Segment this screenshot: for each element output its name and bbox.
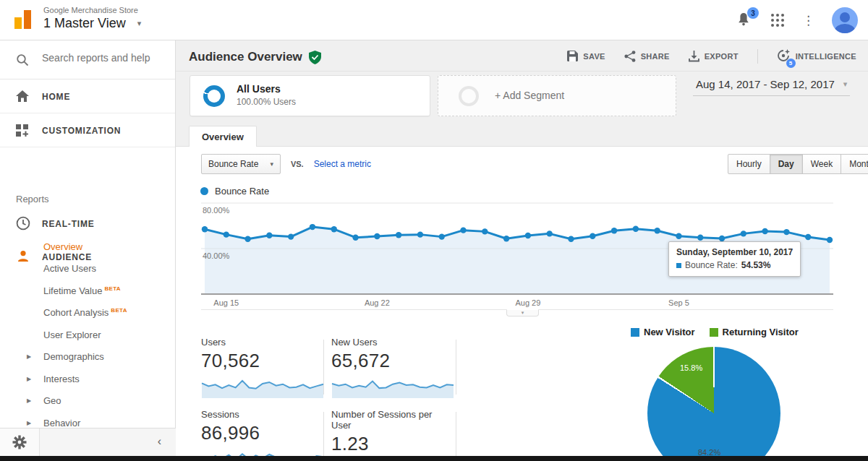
view-selector[interactable]: 1 Master View ▾ xyxy=(43,16,141,31)
vs-label: VS. xyxy=(291,160,304,168)
add-segment-button[interactable]: + Add Segment xyxy=(438,75,676,116)
notifications-button[interactable]: 3 xyxy=(736,12,753,29)
search-icon xyxy=(16,53,29,66)
tab-overview[interactable]: Overview xyxy=(189,126,257,147)
sidebar-item-user-explorer[interactable]: User Explorer xyxy=(0,325,175,345)
apps-grid-icon[interactable] xyxy=(770,13,785,27)
users-sparkline xyxy=(201,374,324,399)
metric-card-new-users[interactable]: New Users 65,672 xyxy=(331,337,454,399)
metric-card-sessions[interactable]: Sessions 86,996 xyxy=(201,409,324,461)
sidebar-item-lifetime-value[interactable]: Lifetime ValueBETA xyxy=(0,281,175,301)
sidebar-item-active-users[interactable]: Active Users xyxy=(0,259,175,279)
top-header-bar: Google Merchandise Store 1 Master View ▾… xyxy=(0,0,868,40)
admin-button[interactable] xyxy=(0,428,40,456)
intelligence-button[interactable]: 5 INTELLIGENCE xyxy=(777,49,856,64)
legend-new-visitor[interactable]: New Visitor xyxy=(631,327,695,337)
analytics-app: Google Merchandise Store 1 Master View ▾… xyxy=(0,0,868,461)
beta-badge: BETA xyxy=(104,285,120,292)
legend-returning-visitor[interactable]: Returning Visitor xyxy=(710,327,799,337)
sidebar-item-overview[interactable]: Overview xyxy=(0,237,175,257)
analytics-logo-icon[interactable] xyxy=(13,9,35,30)
granularity-day-button[interactable]: Day xyxy=(770,154,803,174)
sidebar-bottom-bar: ‹ xyxy=(0,428,176,456)
card-divider xyxy=(323,412,324,456)
clock-icon xyxy=(16,216,30,231)
sidebar-item-cohort-analysis[interactable]: Cohort AnalysisBETA xyxy=(0,303,175,323)
x-axis-tick: Sep 5 xyxy=(668,298,689,307)
export-button[interactable]: EXPORT xyxy=(689,51,739,62)
card-divider xyxy=(456,340,456,395)
sidebar-item-customization[interactable]: CUSTOMIZATION xyxy=(0,113,175,147)
segment-donut-icon xyxy=(203,85,225,107)
chevron-down-icon: ▾ xyxy=(137,19,142,28)
save-button[interactable]: SAVE xyxy=(567,51,605,61)
avatar[interactable] xyxy=(832,7,858,33)
sidebar-item-home[interactable]: HOME xyxy=(0,79,175,113)
chevron-down-icon: ▾ xyxy=(843,79,848,89)
x-axis-tick: Aug 22 xyxy=(365,298,390,307)
card-divider xyxy=(456,412,456,456)
sidebar-item-demographics[interactable]: ▶ Demographics xyxy=(0,347,175,367)
home-icon xyxy=(16,90,29,103)
select-metric-link[interactable]: Select a metric xyxy=(314,159,371,169)
save-icon xyxy=(567,51,578,61)
new-users-sparkline xyxy=(331,374,454,399)
download-icon xyxy=(689,51,699,62)
share-button[interactable]: SHARE xyxy=(624,51,670,62)
share-icon xyxy=(624,51,636,62)
page-title: Audience Overview xyxy=(189,50,321,64)
chart-legend: Bounce Rate xyxy=(200,186,269,197)
more-options-icon[interactable]: ⋮ xyxy=(802,14,814,27)
granularity-week-button[interactable]: Week xyxy=(802,154,841,174)
y-axis-tick: 80.00% xyxy=(203,206,229,215)
reports-section-label: Reports xyxy=(16,194,49,204)
expand-arrow-icon: ▶ xyxy=(27,376,31,382)
customization-icon xyxy=(16,124,28,137)
expand-arrow-icon: ▶ xyxy=(27,353,31,360)
gear-icon xyxy=(12,435,27,449)
legend-dot-icon xyxy=(200,187,208,195)
account-name: Google Merchandise Store xyxy=(43,6,138,14)
collapse-sidebar-button[interactable]: ‹ xyxy=(158,435,161,448)
granularity-month-button[interactable]: Month xyxy=(841,154,868,174)
metric-select-dropdown[interactable]: Bounce Rate ▾ xyxy=(201,154,281,174)
chevron-down-icon: ▾ xyxy=(522,310,524,315)
card-divider xyxy=(323,340,324,395)
sidebar-item-geo[interactable]: ▶ Geo xyxy=(0,391,175,411)
metric-card-users[interactable]: Users 70,562 xyxy=(201,337,324,399)
y-axis-tick: 40.00% xyxy=(203,251,229,260)
expand-arrow-icon: ▶ xyxy=(27,420,31,426)
x-axis-tick: Aug 15 xyxy=(213,298,239,307)
expand-arrow-icon: ▶ xyxy=(27,397,31,404)
granularity-switcher: Hourly Day Week Month xyxy=(728,154,868,174)
screen-bottom-strip xyxy=(0,456,868,461)
segment-all-users[interactable]: All Users 100.00% Users xyxy=(190,75,430,116)
intelligence-badge: 5 xyxy=(786,59,796,68)
pie-legend: New Visitor Returning Visitor xyxy=(631,327,799,337)
beta-badge: BETA xyxy=(111,307,127,314)
granularity-hourly-button[interactable]: Hourly xyxy=(728,154,770,174)
toolbar-divider xyxy=(757,49,758,64)
report-toolbar: Audience Overview SAVE xyxy=(176,40,868,72)
metric-card-sessions-per-user[interactable]: Number of Sessions per User 1.23 xyxy=(331,409,454,461)
chevron-down-icon: ▾ xyxy=(270,160,273,168)
sidebar-item-realtime[interactable]: REAL-TIME xyxy=(0,212,175,234)
new-visitor-swatch xyxy=(631,328,639,337)
empty-donut-icon xyxy=(459,86,479,106)
search-row xyxy=(0,40,175,79)
notification-count-badge: 3 xyxy=(747,7,759,19)
search-input[interactable] xyxy=(42,52,165,64)
sidebar: HOME CUSTOMIZATION Reports REAL-TIME xyxy=(0,40,176,461)
tooltip-series-swatch xyxy=(676,263,681,268)
collapse-chart-tab[interactable]: ▾ xyxy=(506,309,539,316)
chart-tooltip: Sunday, September 10, 2017 Bounce Rate: … xyxy=(668,241,801,277)
x-axis-tick: Aug 29 xyxy=(515,298,540,307)
date-range-selector[interactable]: Aug 14, 2017 - Sep 12, 2017 ▾ xyxy=(693,78,850,96)
returning-visitor-swatch xyxy=(710,328,718,337)
verified-shield-icon xyxy=(309,51,321,64)
sidebar-item-interests[interactable]: ▶ Interests xyxy=(0,369,175,389)
pie-slice-label: 15.8% xyxy=(680,363,702,372)
